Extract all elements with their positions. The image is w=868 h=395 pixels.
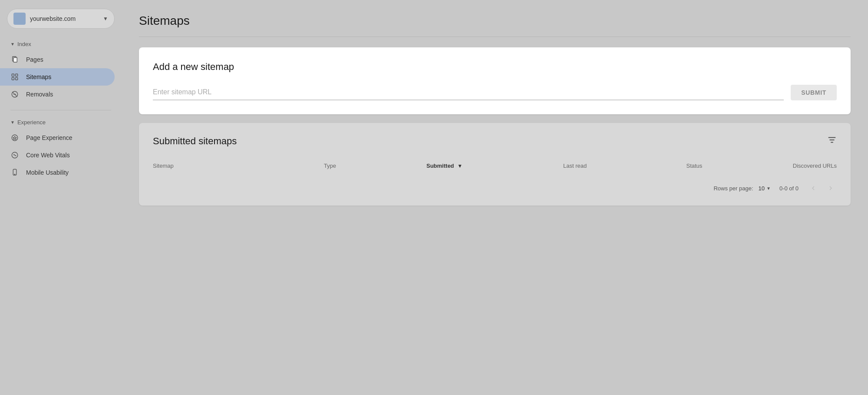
filter-icon[interactable] [827,135,837,147]
submitted-card-header: Submitted sitemaps [153,135,837,147]
col-header-submitted[interactable]: Submitted ▼ [426,159,563,173]
svg-rect-5 [16,78,18,80]
sidebar-item-core-web-vitals[interactable]: Core Web Vitals [0,146,115,164]
sidebar-divider [10,110,111,110]
sidebar-item-removals-label: Removals [26,91,53,98]
main-content: Sitemaps Add a new sitemap SUBMIT Submit… [122,0,868,395]
rows-per-page-label: Rows per page: [713,185,753,192]
add-sitemap-card: Add a new sitemap SUBMIT [139,47,851,114]
page-range: 0-0 of 0 [779,185,799,192]
svg-rect-1 [13,58,17,63]
rows-per-page-selector[interactable]: 10 ▼ [759,185,771,192]
sidebar-item-sitemaps-label: Sitemaps [26,73,51,80]
sidebar-item-removals[interactable]: Removals [0,86,115,103]
page-experience-icon [10,133,19,142]
sidebar-item-pages-label: Pages [26,56,43,63]
mobile-usability-icon [10,168,19,177]
sort-down-icon: ▼ [457,163,462,169]
pages-icon [10,55,19,64]
removals-icon [10,90,19,99]
col-header-sitemap: Sitemap [153,159,324,173]
col-header-status: Status [686,159,769,173]
dropdown-arrow-icon: ▼ [103,16,108,22]
sitemaps-icon [10,73,19,81]
site-selector[interactable]: yourwebsite.com ▼ [7,9,115,29]
site-favicon [13,13,26,25]
rows-dropdown-icon: ▼ [766,186,771,191]
submit-button[interactable]: SUBMIT [791,85,837,100]
sidebar-item-sitemaps[interactable]: Sitemaps [0,68,115,86]
col-header-lastread: Last read [563,159,686,173]
table-footer: Rows per page: 10 ▼ 0-0 of 0 [153,173,837,193]
col-header-discovered-urls: Discovered URLs [769,159,837,173]
sidebar-item-mobile-usability[interactable]: Mobile Usability [0,164,115,181]
index-arrow-icon: ▼ [10,42,15,46]
submitted-sitemaps-card: Submitted sitemaps Sitemap Type [139,123,851,206]
svg-rect-2 [12,74,14,76]
sidebar: yourwebsite.com ▼ ▼ Index Pages Sitemaps [0,0,122,395]
sitemaps-table: Sitemap Type Submitted ▼ Last read Statu… [153,159,837,173]
prev-page-button[interactable] [807,183,819,193]
rows-per-page-value: 10 [759,185,765,192]
page-divider [139,37,851,37]
page-title: Sitemaps [139,14,851,28]
svg-point-12 [14,174,15,175]
sidebar-item-pages[interactable]: Pages [0,51,115,68]
experience-arrow-icon: ▼ [10,120,15,125]
svg-point-9 [12,135,18,141]
site-name: yourwebsite.com [30,15,100,22]
col-header-type: Type [324,159,426,173]
table-header-row: Sitemap Type Submitted ▼ Last read Statu… [153,159,837,173]
sidebar-item-core-web-vitals-label: Core Web Vitals [26,152,70,159]
svg-rect-3 [16,74,18,76]
sidebar-item-page-experience-label: Page Experience [26,134,73,141]
url-input-row: SUBMIT [153,85,837,100]
sidebar-item-page-experience[interactable]: Page Experience [0,129,115,146]
submitted-card-title: Submitted sitemaps [153,136,237,147]
index-section-label: ▼ Index [0,39,122,51]
add-sitemap-title: Add a new sitemap [153,61,837,73]
sitemap-url-input[interactable] [153,86,784,98]
next-page-button[interactable] [825,183,837,193]
url-input-wrapper [153,86,784,100]
core-web-vitals-icon [10,151,19,159]
sidebar-item-mobile-usability-label: Mobile Usability [26,169,69,176]
svg-rect-4 [12,78,14,80]
experience-section-label: ▼ Experience [0,117,122,129]
